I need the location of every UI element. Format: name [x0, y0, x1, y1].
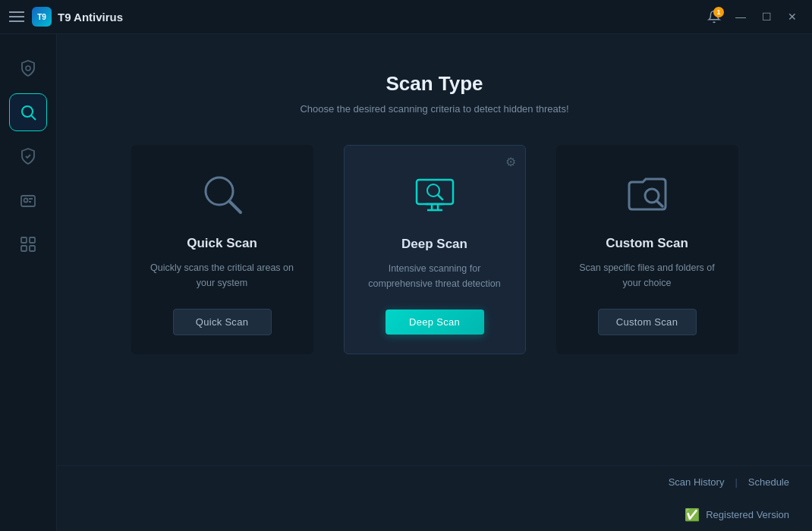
schedule-link[interactable]: Schedule	[748, 476, 789, 488]
svg-rect-8	[30, 246, 35, 251]
custom-scan-title: Custom Scan	[606, 236, 688, 251]
custom-scan-button[interactable]: Custom Scan	[598, 309, 697, 335]
quick-scan-title: Quick Scan	[187, 236, 257, 251]
deep-scan-button[interactable]: Deep Scan	[386, 309, 484, 335]
deep-scan-icon	[411, 168, 459, 222]
scan-history-link[interactable]: Scan History	[669, 476, 725, 488]
svg-line-17	[438, 195, 442, 200]
minimize-button[interactable]: —	[730, 6, 751, 27]
svg-rect-6	[30, 237, 35, 243]
gear-icon[interactable]: ⚙	[505, 155, 516, 169]
custom-scan-card: Custom Scan Scan specific files and fold…	[556, 145, 738, 354]
quick-scan-button[interactable]: Quick Scan	[173, 309, 272, 335]
title-bar-controls: 1 — ☐ ✕	[703, 5, 803, 28]
svg-point-1	[22, 106, 33, 117]
registered-icon: ✅	[685, 507, 700, 522]
svg-line-2	[32, 116, 36, 121]
footer-bottom: ✅ Registered Version	[57, 498, 812, 531]
svg-line-10	[229, 201, 241, 212]
deep-scan-title: Deep Scan	[401, 237, 467, 252]
svg-point-0	[26, 66, 30, 71]
svg-rect-5	[21, 237, 27, 243]
quick-scan-icon	[198, 168, 247, 221]
footer-separator: |	[735, 476, 737, 488]
main-layout: Scan Type Choose the desired scanning cr…	[0, 34, 812, 531]
svg-rect-11	[417, 180, 453, 204]
svg-rect-7	[21, 246, 27, 251]
deep-scan-card: ⚙ Deep Scan Intensive scann	[344, 145, 526, 354]
deep-scan-desc: Intensive scanning for comprehensive thr…	[360, 261, 510, 291]
content-footer: Scan History | Schedule ✅ Registered Ver…	[57, 465, 812, 531]
hamburger-menu[interactable]	[9, 11, 24, 22]
sidebar-item-scan[interactable]	[9, 93, 47, 131]
app-title: T9 Antivirus	[58, 11, 123, 24]
svg-line-19	[656, 201, 663, 206]
content-area: Scan Type Choose the desired scanning cr…	[57, 34, 812, 531]
notification-button[interactable]: 1	[703, 5, 725, 28]
sidebar-item-realtime[interactable]	[9, 137, 47, 175]
maximize-button[interactable]: ☐	[756, 6, 777, 27]
scan-header: Scan Type Choose the desired scanning cr…	[57, 34, 812, 145]
quick-scan-desc: Quickly scans the critical areas on your…	[146, 260, 298, 291]
page-title: Scan Type	[57, 72, 812, 96]
footer-top: Scan History | Schedule	[57, 466, 812, 498]
logo: T9 T9 Antivirus	[32, 7, 123, 27]
scan-cards-row: Quick Scan Quickly scans the critical ar…	[57, 145, 812, 354]
custom-scan-icon	[623, 168, 672, 221]
close-button[interactable]: ✕	[782, 6, 803, 27]
sidebar	[0, 34, 57, 531]
svg-point-4	[24, 199, 28, 203]
logo-badge: T9	[32, 7, 52, 27]
title-bar-left: T9 T9 Antivirus	[9, 7, 123, 27]
notification-badge: 1	[713, 7, 724, 17]
sidebar-item-identity[interactable]	[9, 181, 47, 219]
registered-text: Registered Version	[706, 509, 789, 520]
quick-scan-card: Quick Scan Quickly scans the critical ar…	[131, 145, 313, 354]
title-bar: T9 T9 Antivirus 1 — ☐ ✕	[0, 0, 812, 34]
custom-scan-desc: Scan specific files and folders of your …	[571, 260, 723, 291]
page-subtitle: Choose the desired scanning criteria to …	[57, 103, 812, 115]
sidebar-item-tools[interactable]	[9, 225, 47, 263]
sidebar-item-protection[interactable]	[9, 49, 47, 87]
